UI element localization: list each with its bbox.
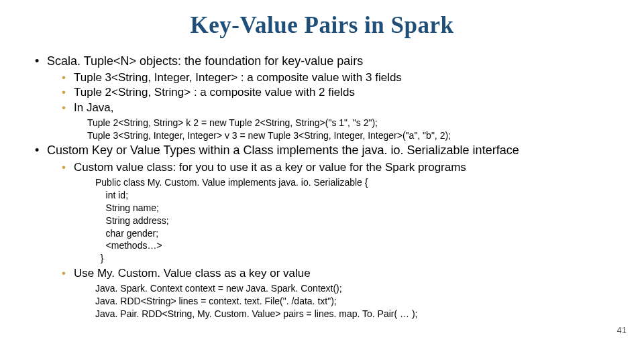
code-use-custom: Java. Spark. Context context = new Java.…: [47, 282, 612, 320]
slide: Key-Value Pairs in Spark Scala. Tuple<N>…: [0, 0, 644, 362]
bullet-scala-tuple: Scala. Tuple<N> objects: the foundation …: [32, 54, 612, 141]
bullet-list: Scala. Tuple<N> objects: the foundation …: [32, 54, 612, 320]
bullet-tuple3: Tuple 3<String, Integer, Integer> : a co…: [47, 70, 612, 85]
code-custom-class: Public class My. Custom. Value implement…: [47, 176, 612, 265]
bullet-text: Custom Key or Value Types within a Class…: [47, 143, 519, 157]
page-number: 41: [617, 325, 627, 335]
bullet-custom-types: Custom Key or Value Types within a Class…: [32, 143, 612, 320]
sub-list: Use My. Custom. Value class as a key or …: [47, 266, 612, 281]
sub-list: Custom value class: for you to use it as…: [47, 160, 612, 175]
bullet-in-java: In Java,: [47, 101, 612, 115]
code-tuple-examples: Tuple 2<String, String> k 2 = new Tuple …: [47, 117, 612, 142]
sub-list: Tuple 3<String, Integer, Integer> : a co…: [47, 70, 612, 115]
bullet-tuple2: Tuple 2<String, String> : a composite va…: [47, 85, 612, 100]
bullet-text: Scala. Tuple<N> objects: the foundation …: [47, 54, 363, 68]
slide-title: Key-Value Pairs in Spark: [32, 12, 612, 39]
bullet-use-custom-value: Use My. Custom. Value class as a key or …: [47, 266, 612, 281]
bullet-custom-value-class: Custom value class: for you to use it as…: [47, 160, 612, 175]
